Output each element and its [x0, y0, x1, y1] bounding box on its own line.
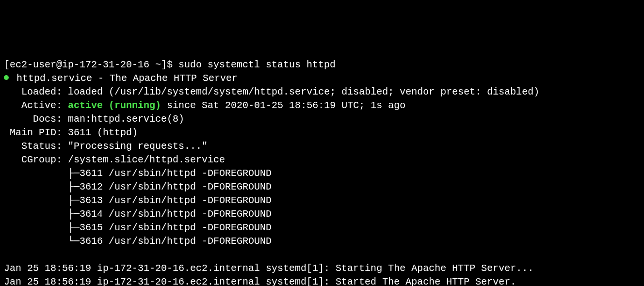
docs-label: Docs:: [33, 113, 62, 125]
cgroup-cmd: /usr/sbin/httpd -DFOREGROUND: [109, 181, 272, 192]
cgroup-pid: 3613: [80, 195, 103, 206]
service-name: httpd.service: [16, 73, 92, 84]
terminal-output[interactable]: [ec2-user@ip-172-31-20-16 ~]$ sudo syste…: [4, 58, 640, 286]
cgroup-cmd: /usr/sbin/httpd -DFOREGROUND: [109, 208, 272, 220]
service-desc: The Apache HTTP Server: [110, 73, 238, 84]
log-line: Jan 25 18:56:19 ip-172-31-20-16.ec2.inte…: [4, 276, 516, 286]
status-bullet-icon: [4, 75, 9, 80]
cgroup-pid: 3611: [80, 168, 103, 179]
status-value: "Processing requests...": [68, 141, 208, 152]
cgroup-pid: 3616: [80, 236, 103, 247]
shell-prompt: [ec2-user@ip-172-31-20-16 ~]$: [4, 59, 178, 70]
cgroup-pid: 3615: [80, 222, 103, 233]
active-status: active (running): [68, 100, 161, 111]
cgroup-cmd: /usr/sbin/httpd -DFOREGROUND: [109, 236, 272, 247]
cgroup-label: CGroup:: [21, 154, 62, 165]
docs-value: man:httpd.service(8): [68, 113, 184, 125]
cgroup-cmd: /usr/sbin/httpd -DFOREGROUND: [109, 222, 272, 233]
loaded-label: Loaded:: [21, 86, 62, 97]
shell-command: sudo systemctl status httpd: [178, 59, 336, 70]
cgroup-cmd: /usr/sbin/httpd -DFOREGROUND: [109, 168, 272, 179]
cgroup-pid: 3614: [80, 208, 103, 220]
active-since: since Sat 2020-01-25 18:56:19 UTC; 1s ag…: [161, 100, 405, 111]
cgroup-pid: 3612: [80, 181, 103, 192]
log-line: Jan 25 18:56:19 ip-172-31-20-16.ec2.inte…: [4, 263, 533, 274]
cgroup-path: /system.slice/httpd.service: [68, 154, 225, 165]
cgroup-cmd: /usr/sbin/httpd -DFOREGROUND: [109, 195, 272, 206]
status-label: Status:: [21, 141, 62, 152]
mainpid-label: Main PID:: [10, 127, 62, 138]
loaded-value: loaded (/usr/lib/systemd/system/httpd.se…: [68, 86, 539, 97]
mainpid-value: 3611 (httpd): [68, 127, 138, 138]
active-label: Active:: [21, 100, 62, 111]
